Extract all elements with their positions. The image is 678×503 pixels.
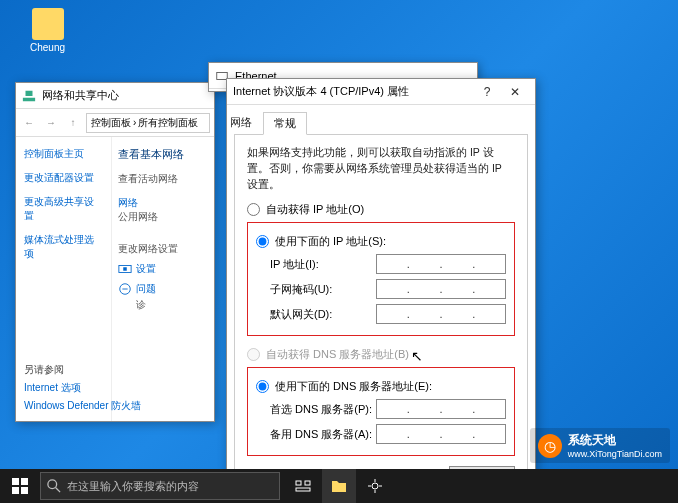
dialog-title: Internet 协议版本 4 (TCP/IPv4) 属性 [233, 84, 473, 99]
gateway-input[interactable]: ... [376, 304, 506, 324]
alternate-dns-label: 备用 DNS 服务器(A): [256, 427, 376, 442]
nav-home[interactable]: 控制面板主页 [24, 147, 103, 161]
ip-settings-group: 使用下面的 IP 地址(S): IP 地址(I): ... 子网掩码(U): .… [247, 222, 515, 336]
link-defender-firewall[interactable]: Windows Defender 防火墙 [24, 399, 141, 413]
network-setup-icon [118, 262, 132, 276]
dialog-ipv4-properties: Internet 协议版本 4 (TCP/IPv4) 属性 ? ✕ 网络 常规 … [226, 78, 536, 478]
link-internet-options[interactable]: Internet 选项 [24, 381, 141, 395]
ip-address-input[interactable]: ... [376, 254, 506, 274]
setup-connection-link[interactable]: 设置 [118, 262, 208, 276]
radio-manual-dns[interactable]: 使用下面的 DNS 服务器地址(E): [256, 379, 506, 394]
start-button[interactable] [0, 469, 40, 503]
desktop-icon-user[interactable]: Cheung [30, 8, 65, 53]
active-networks-label: 查看活动网络 [118, 172, 208, 186]
up-button[interactable]: ↑ [64, 114, 82, 132]
search-icon [47, 479, 61, 493]
back-button[interactable]: ← [20, 114, 38, 132]
toolbar: ← → ↑ 控制面板 › 所有控制面板 [16, 109, 214, 137]
task-view-button[interactable] [286, 469, 320, 503]
subnet-mask-label: 子网掩码(U): [256, 282, 376, 297]
folder-icon [331, 479, 347, 493]
breadcrumb[interactable]: 控制面板 › 所有控制面板 [86, 113, 210, 133]
svg-rect-8 [12, 487, 19, 494]
taskbar: 在这里输入你要搜索的内容 [0, 469, 678, 503]
see-also-section: 另请参阅 Internet 选项 Windows Defender 防火墙 [24, 363, 141, 413]
radio-auto-dns-input [247, 348, 260, 361]
subnet-mask-input[interactable]: ... [376, 279, 506, 299]
titlebar[interactable]: Internet 协议版本 4 (TCP/IPv4) 属性 ? ✕ [227, 79, 535, 105]
task-view-icon [295, 478, 311, 494]
ip-address-label: IP 地址(I): [256, 257, 376, 272]
svg-rect-7 [21, 478, 28, 485]
preferred-dns-label: 首选 DNS 服务器(P): [256, 402, 376, 417]
network-name: 网络 [118, 196, 208, 210]
radio-manual-ip[interactable]: 使用下面的 IP 地址(S): [256, 234, 506, 249]
help-button[interactable]: ? [473, 82, 501, 102]
svg-rect-13 [305, 481, 310, 485]
troubleshoot-link[interactable]: 问题 [118, 282, 208, 296]
search-placeholder: 在这里输入你要搜索的内容 [67, 479, 199, 494]
svg-rect-9 [21, 487, 28, 494]
radio-manual-ip-input[interactable] [256, 235, 269, 248]
taskbar-search[interactable]: 在这里输入你要搜索的内容 [40, 472, 280, 500]
window-title: 网络和共享中心 [42, 88, 208, 103]
network-type: 公用网络 [118, 210, 208, 224]
network-icon [22, 89, 36, 103]
svg-point-15 [372, 483, 378, 489]
svg-rect-12 [296, 481, 301, 485]
svg-rect-6 [12, 478, 19, 485]
watermark-logo-icon: ◷ [538, 434, 562, 458]
tab-general[interactable]: 常规 [263, 112, 307, 135]
radio-auto-ip[interactable]: 自动获得 IP 地址(O) [247, 202, 515, 217]
svg-rect-0 [23, 97, 35, 101]
svg-line-11 [56, 488, 60, 492]
svg-point-10 [48, 480, 57, 489]
preferred-dns-input[interactable]: ... [376, 399, 506, 419]
see-also-heading: 另请参阅 [24, 363, 141, 377]
description-text: 如果网络支持此功能，则可以获取自动指派的 IP 设置。否则，你需要从网络系统管理… [247, 145, 515, 192]
tab-panel-general: 如果网络支持此功能，则可以获取自动指派的 IP 设置。否则，你需要从网络系统管理… [234, 134, 528, 501]
radio-auto-dns: 自动获得 DNS 服务器地址(B) ↖ [247, 346, 515, 362]
svg-rect-14 [296, 488, 310, 491]
nav-change-adapter[interactable]: 更改适配器设置 [24, 171, 103, 185]
forward-button[interactable]: → [42, 114, 60, 132]
radio-manual-dns-input[interactable] [256, 380, 269, 393]
main-heading: 查看基本网络 [118, 147, 208, 162]
nav-media-streaming[interactable]: 媒体流式处理选项 [24, 233, 103, 261]
desktop-icon-label: Cheung [30, 42, 65, 53]
taskbar-app-settings[interactable] [358, 469, 392, 503]
watermark: ◷ 系统天地 www.XiTongTianDi.com [530, 428, 670, 463]
troubleshoot-icon [118, 282, 132, 296]
titlebar[interactable]: 网络和共享中心 [16, 83, 214, 109]
close-button[interactable]: ✕ [501, 82, 529, 102]
svg-rect-1 [26, 90, 33, 95]
windows-icon [12, 478, 28, 494]
folder-icon [32, 8, 64, 40]
cursor-icon: ↖ [411, 348, 423, 364]
taskbar-apps [286, 469, 392, 503]
gateway-label: 默认网关(D): [256, 307, 376, 322]
alternate-dns-input[interactable]: ... [376, 424, 506, 444]
dns-settings-group: 使用下面的 DNS 服务器地址(E): 首选 DNS 服务器(P): ... 备… [247, 367, 515, 456]
change-settings-heading: 更改网络设置 [118, 242, 208, 256]
radio-auto-ip-input[interactable] [247, 203, 260, 216]
nav-advanced-sharing[interactable]: 更改高级共享设置 [24, 195, 103, 223]
svg-rect-3 [123, 267, 127, 271]
window-network-sharing-center: 网络和共享中心 ← → ↑ 控制面板 › 所有控制面板 控制面板主页 更改适配器… [15, 82, 215, 422]
gear-icon [367, 478, 383, 494]
taskbar-app-explorer[interactable] [322, 469, 356, 503]
